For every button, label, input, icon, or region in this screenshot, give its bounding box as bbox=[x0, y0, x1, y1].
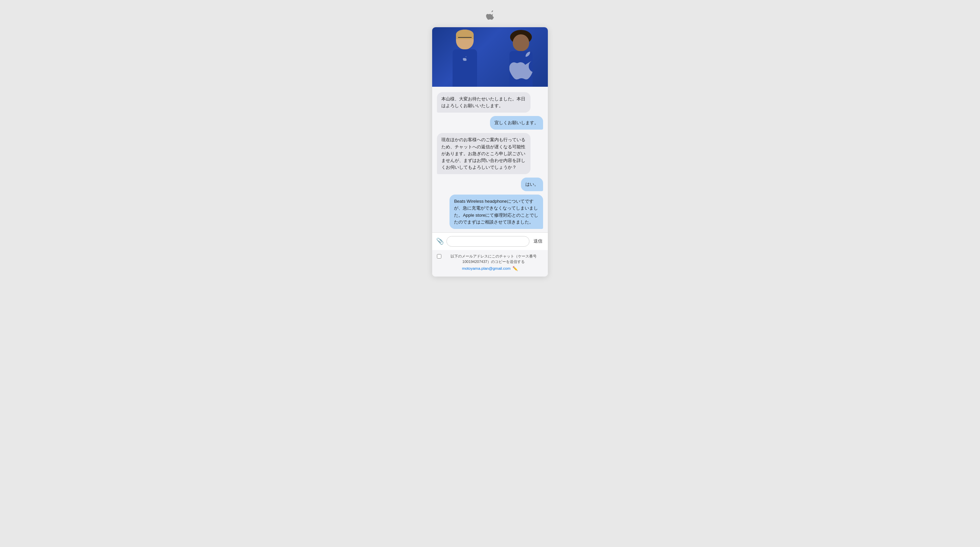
apple-logo bbox=[485, 10, 495, 21]
email-copy-area: 以下のメールアドレスにこのチャット（ケース番号 100194207437）のコピ… bbox=[432, 250, 548, 277]
staff-person-left bbox=[453, 30, 477, 87]
edit-icon[interactable]: ✏️ bbox=[512, 266, 518, 271]
chat-window: 本山様、大変お待たせいたしました。本日はよろしくお願いいたします。 宜しくお願い… bbox=[432, 27, 548, 277]
staff-person-right bbox=[509, 33, 533, 87]
message-input[interactable] bbox=[447, 236, 530, 246]
message-received-2: 現在ほかのお客様へのご案内も行っているため、チャットへの返信が遅くなる可能性があ… bbox=[437, 133, 530, 174]
message-sent-2: はい。 bbox=[521, 178, 543, 191]
hero-image bbox=[432, 27, 548, 87]
chat-messages-area: 本山様、大変お待たせいたしました。本日はよろしくお願いいたします。 宜しくお願い… bbox=[432, 87, 548, 232]
email-copy-label: 以下のメールアドレスにこのチャット（ケース番号 100194207437）のコピ… bbox=[444, 253, 543, 265]
message-sent-1: 宜しくお願いします。 bbox=[490, 116, 543, 130]
email-address-link[interactable]: motoyama.plan@gmail.com bbox=[462, 266, 511, 270]
email-copy-checkbox[interactable] bbox=[437, 254, 441, 259]
email-link-row: motoyama.plan@gmail.com ✏️ bbox=[462, 266, 518, 271]
message-sent-3: Beats Wireless headphoneについてですが、急に充電ができな… bbox=[450, 195, 543, 229]
attach-icon[interactable]: 📎 bbox=[436, 237, 444, 245]
email-copy-row: 以下のメールアドレスにこのチャット（ケース番号 100194207437）のコピ… bbox=[437, 253, 543, 265]
message-received-1: 本山様、大変お待たせいたしました。本日はよろしくお願いいたします。 bbox=[437, 92, 530, 113]
chat-input-area: 📎 送信 bbox=[432, 232, 548, 250]
send-button[interactable]: 送信 bbox=[532, 238, 544, 244]
